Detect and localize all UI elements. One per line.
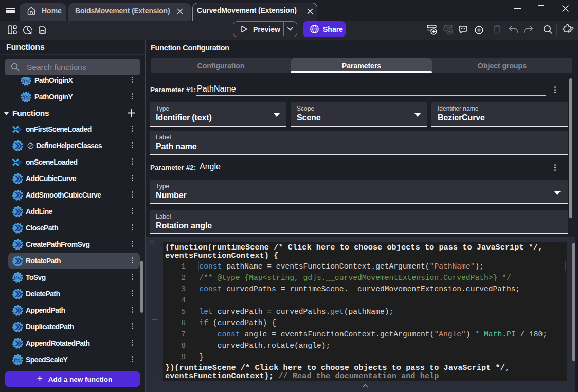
svg-text:f(x): f(x): [14, 357, 22, 363]
svg-text:f(x): f(x): [22, 78, 29, 84]
svg-text:f(x): f(x): [22, 94, 29, 100]
svg-text:f(x): f(x): [14, 275, 22, 281]
